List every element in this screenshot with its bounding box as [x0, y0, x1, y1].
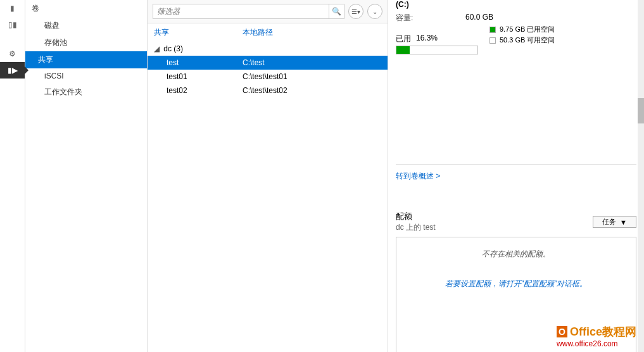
- nav-item-iscsi[interactable]: iSCSI: [25, 68, 147, 84]
- filter-input[interactable]: [153, 4, 329, 18]
- legend-used-icon: [489, 27, 496, 33]
- tree-node-dc[interactable]: ◢ dc (3): [148, 42, 388, 56]
- view-options-button[interactable]: ☰▾: [348, 4, 363, 19]
- used-label: 已用: [396, 34, 411, 44]
- nav-item-workfolders[interactable]: 工作文件夹: [25, 84, 147, 101]
- usage-bar: [396, 46, 478, 54]
- cell-path: C:\test: [243, 58, 265, 67]
- list-row-test02[interactable]: test02 C:\test\test02: [148, 84, 388, 97]
- chevron-down-icon: ▼: [620, 218, 627, 226]
- list-row-test[interactable]: test C:\test: [148, 56, 388, 70]
- search-icon[interactable]: 🔍: [329, 4, 344, 18]
- office-logo-icon: O: [557, 326, 567, 337]
- used-pct: 16.3%: [416, 34, 438, 44]
- cell-share: test02: [167, 86, 243, 95]
- cell-path: C:\test\test01: [243, 72, 287, 81]
- vertical-scrollbar[interactable]: [638, 0, 644, 352]
- watermark-title: Office教程网: [570, 324, 636, 339]
- list-toolbar: 🔍 ☰▾ ⌄: [148, 0, 388, 23]
- cell-share: test01: [167, 72, 243, 81]
- app-iconbar: ▮ ▯▮ ⚙ ▮▶: [0, 0, 25, 352]
- tasks-label: 任务: [602, 217, 616, 227]
- cell-share: test: [167, 58, 243, 67]
- quota-subtitle: dc 上的 test: [396, 222, 436, 233]
- share-list-panel: 🔍 ☰▾ ⌄ 共享 本地路径 ◢ dc (3) test C:\test tes…: [148, 0, 388, 352]
- drive-label: (C:): [396, 0, 636, 9]
- sidebar: 卷 磁盘 存储池 共享 iSCSI 工作文件夹: [25, 0, 148, 352]
- quota-hint-text: 若要设置配额，请打开"配置配额"对话框。: [403, 279, 629, 289]
- usage-legend: 9.75 GB 已用空间 50.3 GB 可用空间: [489, 25, 555, 46]
- capacity-value: 60.0 GB: [465, 13, 493, 23]
- nav-item-shares[interactable]: 共享: [25, 51, 147, 68]
- column-headers: 共享 本地路径: [148, 23, 388, 42]
- expand-button[interactable]: ⌄: [367, 4, 382, 19]
- tree-node-label: dc (3): [163, 44, 183, 53]
- details-panel: (C:) 容量: 60.0 GB 已用 16.3% 9.75 GB 已用空间: [388, 0, 644, 352]
- iconbar-item-1[interactable]: ▮: [0, 0, 25, 16]
- iconbar-item-2[interactable]: ▯▮: [0, 16, 25, 33]
- watermark-url: www.office26.com: [557, 339, 636, 348]
- quota-none-text: 不存在相关的配额。: [403, 249, 629, 260]
- quota-title: 配额: [396, 211, 436, 222]
- col-share[interactable]: 共享: [154, 27, 243, 38]
- watermark: O Office教程网 www.office26.com: [557, 324, 636, 348]
- tree-collapse-icon[interactable]: ◢: [154, 44, 161, 53]
- iconbar-item-active[interactable]: ▮▶: [0, 62, 25, 79]
- legend-used-label: 9.75 GB 已用空间: [500, 25, 555, 34]
- scrollbar-thumb[interactable]: [638, 98, 644, 123]
- iconbar-item-4[interactable]: ⚙: [0, 46, 25, 62]
- nav-group[interactable]: 卷: [25, 0, 147, 17]
- goto-volume-link[interactable]: 转到卷概述 >: [396, 171, 440, 182]
- nav-item-disks[interactable]: 磁盘: [25, 17, 147, 34]
- list-row-test01[interactable]: test01 C:\test\test01: [148, 70, 388, 84]
- cell-path: C:\test\test02: [243, 86, 287, 95]
- col-path[interactable]: 本地路径: [243, 27, 273, 38]
- nav-item-pools[interactable]: 存储池: [25, 34, 147, 51]
- filter-field: 🔍: [153, 4, 344, 19]
- legend-free-label: 50.3 GB 可用空间: [500, 35, 555, 45]
- legend-free-icon: [489, 37, 496, 44]
- tasks-button[interactable]: 任务 ▼: [593, 216, 636, 228]
- iconbar-item-3[interactable]: [0, 33, 25, 46]
- capacity-label: 容量:: [396, 13, 465, 23]
